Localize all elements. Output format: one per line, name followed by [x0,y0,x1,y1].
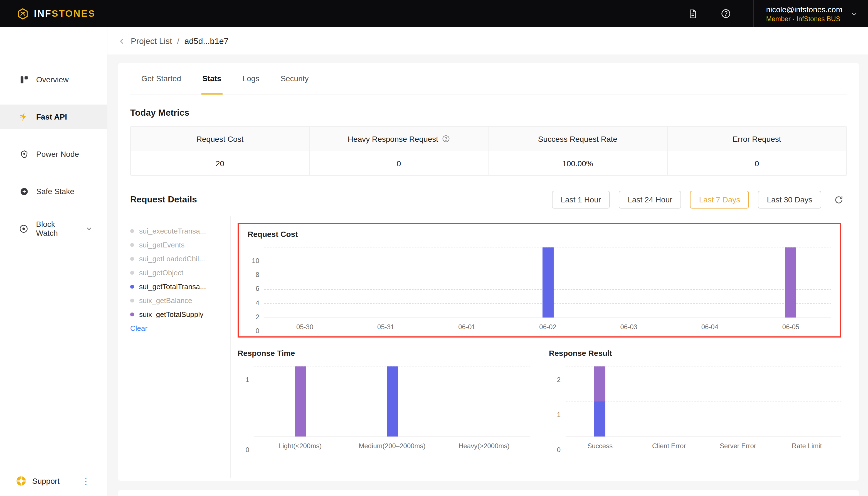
method-item[interactable]: sui_getObject [130,266,230,280]
y-tick-label: 0 [256,327,259,334]
sidebar-item-label: Safe Stake [36,187,74,196]
metric-header: Success Request Rate [489,127,667,151]
method-item[interactable]: sui_getEvents [130,238,230,252]
bar [595,367,606,402]
safe-stake-icon [19,186,29,196]
support-label[interactable]: Support [32,477,60,485]
y-tick-label: 0 [557,447,561,453]
method-item[interactable]: sui_getLoadedChil... [130,252,230,266]
chevron-down-icon[interactable] [850,10,858,17]
y-tick-label: 1 [246,376,249,383]
sidebar-item-power-node[interactable]: Power Node [0,142,107,166]
infstones-logo-icon [17,7,29,20]
help-icon[interactable] [720,7,732,20]
response-result-chart: Response Result 012 SuccessClient ErrorS… [549,348,841,450]
x-axis-labels: 05-3005-3106-0106-0206-0306-0406-05 [264,323,831,331]
bar-slot [566,367,635,436]
breadcrumb: Project List / ad5d...b1e7 [107,27,868,55]
sidebar-item-overview[interactable]: Overview [0,67,107,92]
tab-logs[interactable]: Logs [242,63,261,94]
metric-value-heavy-response: 0 [310,151,489,175]
tab-get-started[interactable]: Get Started [140,63,182,94]
series-dot [130,271,134,275]
range-last-24-hour-button[interactable]: Last 24 Hour [619,191,681,208]
sidebar-item-block-watch[interactable]: Block Watch [0,216,107,241]
tab-stats[interactable]: Stats [201,63,222,94]
back-chevron-icon[interactable] [118,37,126,45]
x-tick-label: 05-31 [345,323,426,331]
bar-slot [346,367,438,436]
time-range-buttons: Last 1 Hour Last 24 Hour Last 7 Days Las… [552,191,847,208]
bar [387,367,398,436]
tab-security[interactable]: Security [279,63,310,94]
range-last-7-days-button[interactable]: Last 7 Days [690,191,749,208]
breadcrumb-separator: / [177,36,179,46]
today-metrics-title: Today Metrics [130,108,847,118]
bar [786,247,796,317]
x-tick-label: 06-01 [426,323,507,331]
support-icon [16,476,27,486]
x-tick-label: Light(<200ms) [254,442,346,450]
fast-api-icon [19,112,29,122]
x-tick-label: Client Error [635,442,704,450]
more-options-icon[interactable]: ⋮ [82,477,90,485]
request-cost-chart: Request Cost 0246810 05-3005-3106-0106-0… [238,223,841,338]
response-time-chart: Response Time 01 Light(<200ms)Medium(200… [238,348,530,450]
clear-filters-link[interactable]: Clear [130,324,148,332]
x-tick-label: 06-02 [507,323,588,331]
plot-area [254,367,530,437]
sidebar-item-safe-stake[interactable]: Safe Stake [0,179,107,203]
bar-slot [507,247,588,317]
method-item[interactable]: sui_executeTransa... [130,224,230,238]
y-tick-label: 0 [246,447,249,453]
x-tick-label: 06-03 [589,323,669,331]
bar [295,367,306,436]
tab-bar: Get Started Stats Logs Security [130,63,847,95]
chart-title: Response Result [549,348,841,358]
x-tick-label: Medium(200–2000ms) [346,442,438,450]
user-menu[interactable]: nicole@infstones.com Member · InfStones … [754,4,850,23]
metric-value-error-request: 0 [667,151,846,175]
range-last-1-hour-button[interactable]: Last 1 Hour [552,191,610,208]
sidebar-item-label: Overview [36,75,69,84]
sidebar-item-label: Block Watch [36,220,78,237]
series-dot [130,285,134,289]
main-content: Get Started Stats Logs Security Today Me… [107,55,868,496]
y-tick-label: 1 [557,412,561,418]
x-axis-labels: Light(<200ms)Medium(200–2000ms)Heavy(>20… [254,442,530,450]
help-circle-icon[interactable] [442,135,450,143]
bar-slot [635,367,704,436]
y-tick-label: 2 [557,376,561,383]
method-item[interactable]: sui_getTotalTransa... [130,280,230,294]
bar-slot [750,247,831,317]
plot-area [566,367,841,437]
chart-title: Response Time [238,348,530,358]
infstones-logo[interactable]: INFSTONES [0,7,95,20]
series-dot [130,243,134,247]
method-item[interactable]: suix_getTotalSupply [130,308,230,321]
method-item[interactable]: suix_getBalance [130,294,230,308]
document-icon[interactable] [687,7,699,20]
range-last-30-days-button[interactable]: Last 30 Days [758,191,821,208]
block-watch-icon [19,223,29,234]
y-tick-label: 6 [256,285,259,292]
y-tick-label: 4 [256,299,259,306]
plot-area [264,247,831,318]
sidebar: Overview Fast API Power Node Safe Stake [0,27,107,496]
x-tick-label: 06-04 [669,323,750,331]
y-axis: 01 [238,367,254,450]
bar-slot [254,367,346,436]
x-axis-labels: SuccessClient ErrorServer ErrorRate Limi… [566,442,841,450]
bar-slot [345,247,426,317]
x-tick-label: Heavy(>2000ms) [438,442,530,450]
user-role: Member · InfStones BUS [766,14,842,23]
refresh-icon[interactable] [830,191,847,208]
breadcrumb-project-list[interactable]: Project List [131,36,172,46]
power-node-icon [19,149,29,159]
sidebar-item-fast-api[interactable]: Fast API [0,105,107,129]
x-tick-label: Server Error [704,442,773,450]
breadcrumb-current: ad5d...b1e7 [184,36,229,46]
y-tick-label: 2 [256,314,259,320]
metric-value-success-rate: 100.00% [489,151,667,175]
chevron-down-icon [86,225,92,232]
